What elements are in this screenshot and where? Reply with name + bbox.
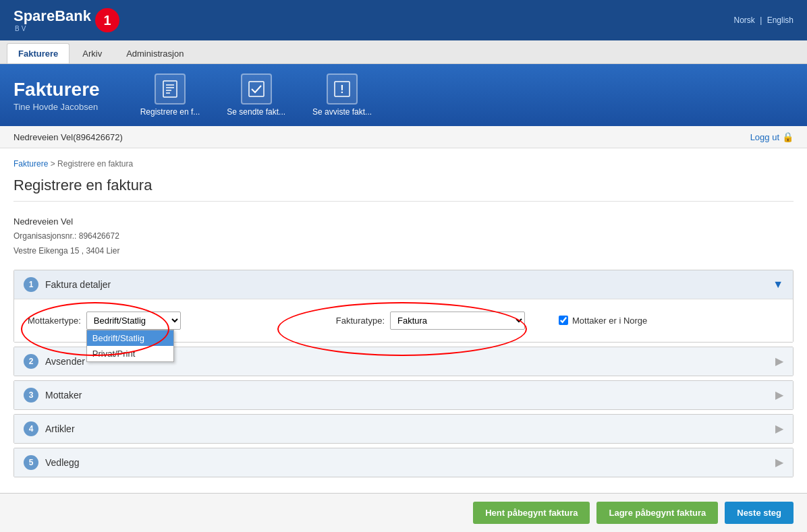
banner-actions: Registrere en f... Se sendte fakt... ! S… <box>140 73 372 117</box>
banner-title: Fakturere <box>13 79 100 100</box>
fakturatype-group: Fakturatype: Faktura <box>336 312 525 330</box>
chevron-5: ▶ <box>775 456 783 469</box>
mottakertype-group: Mottakertype: Bedrift/Statlig Privat/Pri… <box>28 312 181 330</box>
register-label: Registrere en f... <box>140 107 200 117</box>
section-num-2: 2 <box>24 354 38 369</box>
lang-divider: | <box>760 16 762 25</box>
form-row: Mottakertype: Bedrift/Statlig Privat/Pri… <box>28 312 779 330</box>
sender-name: Nedreveien Vel <box>13 214 794 229</box>
mottaker-norge-label: Mottaker er i Norge <box>572 316 647 326</box>
top-header: SpareBank BV 1 Norsk | English <box>0 0 807 40</box>
section-title-4: Artikler <box>45 423 75 434</box>
accordion-section-5: 5 Vedlegg ▶ <box>13 448 794 477</box>
sender-info: Nedreveien Vel Organisasjonsnr.: 8964266… <box>13 214 794 259</box>
chevron-2: ▶ <box>775 355 783 367</box>
main-content: Fakturere > Registrere en faktura Regist… <box>0 148 807 532</box>
accordion-section-4: 4 Artikler ▶ <box>13 414 794 444</box>
accordion-header-3[interactable]: 3 Mottaker ▶ <box>14 381 793 409</box>
banner-action-sent[interactable]: Se sendte fakt... <box>227 73 285 117</box>
section-num-3: 3 <box>24 388 38 403</box>
accordion-section-3: 3 Mottaker ▶ <box>13 380 794 410</box>
section-num-1: 1 <box>24 277 38 292</box>
accordion-header-5[interactable]: 5 Vedlegg ▶ <box>14 448 793 477</box>
org-name: Nedreveien Vel(896426672) <box>13 132 123 142</box>
register-icon <box>155 73 186 105</box>
org-number: 896426672 <box>79 231 119 241</box>
tab-fakturere[interactable]: Fakturere <box>7 43 69 63</box>
mottakertype-select[interactable]: Bedrift/Statlig Privat/Print <box>86 312 181 330</box>
accordion-header-1[interactable]: 1 Faktura detaljer ▼ <box>14 270 793 299</box>
logout-label: Logg ut <box>750 132 779 142</box>
accordion-body-inner: Mottakertype: Bedrift/Statlig Privat/Pri… <box>28 312 779 330</box>
banner-action-register[interactable]: Registrere en f... <box>140 73 200 117</box>
blue-banner: Fakturere Tine Hovde Jacobsen Registrere… <box>0 64 807 126</box>
section-title-5: Vedlegg <box>45 457 80 468</box>
neste-button[interactable]: Neste steg <box>725 502 794 524</box>
sent-label: Se sendte fakt... <box>227 107 285 117</box>
svg-rect-0 <box>163 81 177 97</box>
nav-tabs: Fakturere Arkiv Administrasjon <box>0 40 807 64</box>
mottaker-norge-group: Mottaker er i Norge <box>559 316 647 326</box>
lagre-button[interactable]: Lagre påbegynt faktura <box>596 502 718 524</box>
lock-icon: 🔒 <box>782 131 794 142</box>
lang-switcher: Norsk | English <box>733 16 794 25</box>
accordion-header-4[interactable]: 4 Artikler ▶ <box>14 415 793 443</box>
page-title: Registrere en faktura <box>13 177 794 202</box>
bottom-bar: Hent påbegynt faktura Lagre påbegynt fak… <box>0 493 807 532</box>
mottakertype-dropdown-container: Bedrift/Statlig Privat/Print Bedrift/Sta… <box>86 312 181 330</box>
breadcrumb: Fakturere > Registrere en faktura <box>13 159 794 169</box>
fakturatype-label: Fakturatype: <box>336 316 385 326</box>
lang-english[interactable]: English <box>767 16 794 25</box>
mottaker-norge-checkbox[interactable] <box>559 316 568 325</box>
fakturatype-select[interactable]: Faktura <box>390 312 525 330</box>
tab-administrasjon[interactable]: Administrasjon <box>115 43 195 63</box>
lang-norsk[interactable]: Norsk <box>733 16 754 25</box>
tab-arkiv[interactable]: Arkiv <box>71 43 113 63</box>
rejected-icon: ! <box>327 73 358 105</box>
accordion-body-1: Mottakertype: Bedrift/Statlig Privat/Pri… <box>14 299 793 342</box>
sender-org: Organisasjonsnr.: 896426672 <box>13 229 794 244</box>
chevron-4: ▶ <box>775 422 783 435</box>
section-title-3: Mottaker <box>45 390 82 401</box>
section-num-5: 5 <box>24 455 38 470</box>
mottakertype-label: Mottakertype: <box>28 316 81 326</box>
breadcrumb-separator: > <box>51 159 57 169</box>
accordion-section-1: 1 Faktura detaljer ▼ Mottakertype: Bedri… <box>13 270 794 343</box>
breadcrumb-home[interactable]: Fakturere <box>13 159 48 169</box>
banner-action-rejected[interactable]: ! Se avviste fakt... <box>312 73 372 117</box>
status-bar: Nedreveien Vel(896426672) Logg ut 🔒 <box>0 126 807 148</box>
banner-subtitle: Tine Hovde Jacobsen <box>13 102 100 112</box>
logo-circle: 1 <box>95 8 119 32</box>
dropdown-item-privat[interactable]: Privat/Print <box>87 346 173 361</box>
hent-button[interactable]: Hent påbegynt faktura <box>473 502 590 524</box>
section-title-1: Faktura detaljer <box>45 279 111 290</box>
section-num-4: 4 <box>24 421 38 436</box>
rejected-label: Se avviste fakt... <box>312 107 372 117</box>
logo-area: SpareBank BV 1 <box>13 8 119 32</box>
org-label: Organisasjonsnr.: <box>13 231 76 241</box>
section-title-2: Avsender <box>45 356 85 367</box>
svg-text:!: ! <box>340 84 343 95</box>
svg-rect-5 <box>249 82 264 96</box>
chevron-1: ▼ <box>773 278 783 291</box>
logout-link[interactable]: Logg ut 🔒 <box>750 131 794 142</box>
breadcrumb-current: Registrere en faktura <box>57 159 133 169</box>
sender-address: Vestre Eikenga 15 , 3404 Lier <box>13 244 794 259</box>
sent-icon <box>241 73 272 105</box>
banner-title-area: Fakturere Tine Hovde Jacobsen <box>13 79 100 112</box>
logo-text: SpareBank BV <box>13 8 91 32</box>
chevron-3: ▶ <box>775 388 783 401</box>
mottakertype-dropdown-list: Bedrift/Statlig Privat/Print <box>86 330 174 362</box>
dropdown-item-bedrift[interactable]: Bedrift/Statlig <box>87 330 173 346</box>
